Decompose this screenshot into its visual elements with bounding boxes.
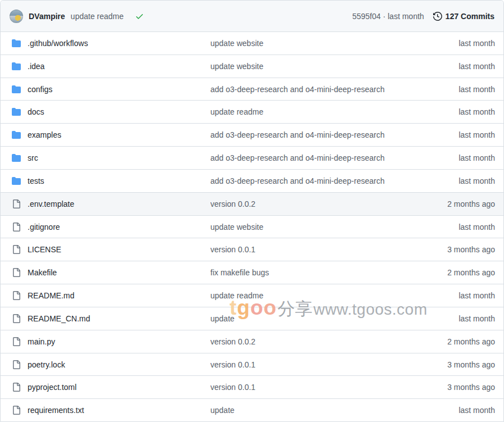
entry-name-cell: LICENSE [12, 245, 210, 254]
table-row: srcadd o3-deep-research and o4-mini-deep… [1, 147, 503, 170]
commit-history-link[interactable]: 127 Commits [433, 12, 494, 21]
entry-name-link[interactable]: LICENSE [28, 245, 61, 254]
commit-message-cell[interactable]: update [210, 406, 458, 415]
commit-message-cell[interactable]: version 0.0.1 [210, 360, 447, 369]
entry-name-cell: docs [12, 107, 210, 116]
entry-name-cell: .idea [12, 62, 210, 71]
commit-date-cell: last month [458, 291, 495, 300]
file-icon [12, 291, 21, 300]
checks-passed-icon[interactable] [135, 12, 144, 21]
entry-name-link[interactable]: .idea [28, 62, 44, 71]
commit-date-cell: 2 months ago [447, 268, 495, 277]
commit-date-cell: 3 months ago [447, 245, 495, 254]
file-icon [12, 383, 21, 392]
history-icon [433, 12, 442, 21]
commit-message-cell[interactable]: update website [210, 62, 458, 71]
table-row: configsadd o3-deep-research and o4-mini-… [1, 78, 503, 101]
folder-icon [12, 39, 21, 48]
entry-name-link[interactable]: .github/workflows [28, 39, 88, 48]
file-icon [12, 406, 21, 415]
repo-file-browser: DVampire update readme 5595f04 · last mo… [0, 0, 504, 422]
table-row: LICENSEversion 0.0.13 months ago [1, 238, 503, 261]
folder-icon [12, 153, 21, 162]
table-row: .ideaupdate websitelast month [1, 55, 503, 78]
entry-name-link[interactable]: tests [28, 176, 44, 185]
entry-name-link[interactable]: Makefile [28, 268, 57, 277]
file-table: .github/workflowsupdate websitelast mont… [1, 32, 503, 421]
commits-count-label: 127 Commits [446, 12, 494, 21]
entry-name-cell: poetry.lock [12, 360, 210, 369]
commit-message-cell[interactable]: fix makefile bugs [210, 268, 447, 277]
table-row: docsupdate readmelast month [1, 101, 503, 124]
table-row: main.pyversion 0.0.22 months ago [1, 330, 503, 353]
file-icon [12, 360, 21, 369]
entry-name-cell: examples [12, 130, 210, 139]
commit-message-cell[interactable]: add o3-deep-research and o4-mini-deep-re… [210, 153, 458, 162]
table-row: testsadd o3-deep-research and o4-mini-de… [1, 170, 503, 193]
entry-name-link[interactable]: .gitignore [28, 223, 60, 232]
commit-date-cell: last month [458, 130, 495, 139]
entry-name-link[interactable]: README_CN.md [28, 314, 90, 323]
entry-name-cell: tests [12, 176, 210, 185]
entry-name-cell: README.md [12, 291, 210, 300]
folder-icon [12, 176, 21, 185]
entry-name-cell: .gitignore [12, 223, 210, 232]
entry-name-cell: Makefile [12, 268, 210, 277]
commit-header-right: 5595f04 · last month 127 Commits [352, 12, 494, 21]
commit-date-cell: last month [458, 314, 495, 323]
commit-date-cell: last month [458, 153, 495, 162]
commit-date-cell: last month [458, 85, 495, 94]
commit-message-cell[interactable]: add o3-deep-research and o4-mini-deep-re… [210, 85, 458, 94]
commit-date-cell: last month [458, 406, 495, 415]
entry-name-cell: pyproject.toml [12, 383, 210, 392]
commit-date-cell: last month [458, 223, 495, 232]
file-icon [12, 245, 21, 254]
entry-name-link[interactable]: requirements.txt [28, 406, 84, 415]
entry-name-link[interactable]: docs [28, 107, 44, 116]
commit-message-link[interactable]: update readme [71, 12, 124, 21]
entry-name-link[interactable]: src [28, 153, 38, 162]
commit-message-cell[interactable]: version 0.0.2 [210, 199, 447, 208]
entry-name-link[interactable]: README.md [28, 291, 74, 300]
commit-message-cell[interactable]: version 0.0.2 [210, 337, 447, 346]
commit-date-cell: 2 months ago [447, 199, 495, 208]
commit-message-cell[interactable]: update [210, 314, 458, 323]
commit-message-cell[interactable]: add o3-deep-research and o4-mini-deep-re… [210, 176, 458, 185]
commit-message-cell[interactable]: update readme [210, 107, 458, 116]
file-icon [12, 268, 21, 277]
entry-name-link[interactable]: main.py [28, 337, 55, 346]
table-row: .gitignoreupdate websitelast month [1, 216, 503, 239]
entry-name-cell: configs [12, 85, 210, 94]
entry-name-cell: main.py [12, 337, 210, 346]
commit-message-cell[interactable]: version 0.0.1 [210, 383, 447, 392]
table-row: Makefilefix makefile bugs2 months ago [1, 261, 503, 284]
folder-icon [12, 85, 21, 94]
commit-message-cell[interactable]: update website [210, 223, 458, 232]
entry-name-link[interactable]: pyproject.toml [28, 383, 76, 392]
commit-date-cell: 3 months ago [447, 360, 495, 369]
commit-message-cell[interactable]: update readme [210, 291, 458, 300]
commit-author-link[interactable]: DVampire [29, 12, 65, 21]
entry-name-link[interactable]: poetry.lock [28, 360, 65, 369]
commit-date-cell: last month [458, 39, 495, 48]
commit-message-cell[interactable]: update website [210, 39, 458, 48]
commit-message-cell[interactable]: version 0.0.1 [210, 245, 447, 254]
file-icon [12, 314, 21, 323]
folder-icon [12, 107, 21, 116]
entry-name-link[interactable]: examples [28, 130, 61, 139]
entry-name-link[interactable]: configs [28, 85, 52, 94]
entry-name-cell: requirements.txt [12, 406, 210, 415]
commit-message-cell[interactable]: add o3-deep-research and o4-mini-deep-re… [210, 130, 458, 139]
table-row: .github/workflowsupdate websitelast mont… [1, 32, 503, 55]
table-row: pyproject.tomlversion 0.0.13 months ago [1, 376, 503, 399]
file-icon [12, 337, 21, 346]
commit-sha-and-time[interactable]: 5595f04 · last month [352, 12, 424, 21]
author-avatar[interactable] [10, 10, 23, 23]
commit-date-cell: last month [458, 107, 495, 116]
entry-name-link[interactable]: .env.template [28, 199, 74, 208]
table-row: README_CN.mdupdatelast month [1, 307, 503, 330]
commit-date-cell: last month [458, 62, 495, 71]
file-icon [12, 223, 21, 232]
folder-icon [12, 130, 21, 139]
folder-icon [12, 62, 21, 71]
